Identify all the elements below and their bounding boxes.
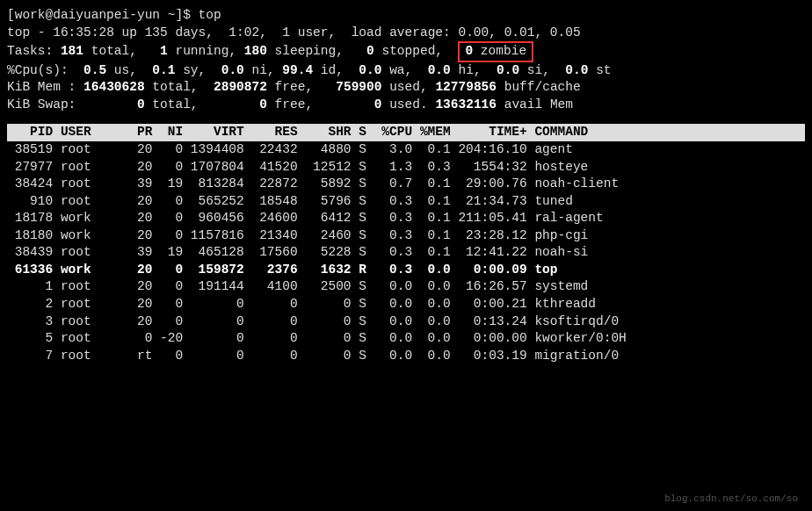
cpu-hi-suf: hi, [451,63,482,77]
mem-total-suf: total, [145,80,199,94]
table-row[interactable]: 38519 root 20 0 1394408 22432 4880 S 3.0… [7,141,805,159]
tasks-zombie-suf: zombie [473,44,526,58]
top-swap-line: KiB Swap: 0 total, 0 free, 0 used. 13632… [7,97,805,114]
table-row[interactable]: 38439 root 39 19 465128 17560 5228 S 0.3… [7,244,805,262]
top-mem-line: KiB Mem : 16430628 total, 2890872 free, … [7,79,805,97]
cpu-ni: 0.0 [221,63,244,77]
cpu-label: %Cpu(s): [7,63,69,77]
mem-buff-suf: buff/cache [497,80,581,94]
load-avg: 0.00, 0.01, 0.05 [458,25,580,40]
tasks-zombie: 0 [465,44,473,58]
up-label: up [114,25,145,40]
mem-buff: 12779856 [435,80,497,94]
tasks-running-suf: running, [168,44,236,58]
table-row[interactable]: 3 root 20 0 0 0 0 S 0.0 0.0 0:13.24 ksof… [7,313,805,331]
swap-total: 0 [137,97,145,112]
swap-total-suf: total, [145,97,199,112]
mem-label: KiB Mem : [7,80,76,94]
tasks-running: 1 [160,44,168,58]
table-row[interactable]: 27977 root 20 0 1707804 41520 12512 S 1.… [7,159,805,176]
mem-free-suf: free, [267,80,313,94]
tasks-sleeping-suf: sleeping, [267,44,344,58]
mem-free: 2890872 [214,80,267,94]
top-tasks-line: Tasks: 181 total, 1 running, 180 sleepin… [7,41,805,62]
tasks-stopped: 0 [366,44,374,58]
cpu-hi: 0.0 [428,63,451,77]
load-label: load average: [352,25,451,40]
mem-total: 16430628 [83,80,145,94]
table-row[interactable]: 910 root 20 0 565252 18548 5796 S 0.3 0.… [7,193,805,211]
cpu-si-suf: si, [519,63,550,77]
cpu-wa: 0.0 [359,63,381,77]
table-row[interactable]: 61336 work 20 0 159872 2376 1632 R 0.3 0… [7,262,805,279]
table-row[interactable]: 1 root 20 0 191144 4100 2500 S 0.0 0.0 1… [7,278,805,296]
watermark: blog.csdn.net/so.com/so [664,493,798,506]
table-row[interactable]: 7 root rt 0 0 0 0 S 0.0 0.0 0:03.19 migr… [7,348,805,365]
cpu-sy-suf: sy, [175,63,206,77]
process-table: 38519 root 20 0 1394408 22432 4880 S 3.0… [7,141,805,364]
swap-avail: 13632116 [435,97,497,112]
swap-avail-suf: avail Mem [497,97,573,112]
process-table-header[interactable]: PID USER PR NI VIRT RES SHR S %CPU %MEM … [7,124,805,141]
cpu-us: 0.5 [83,63,106,77]
table-row[interactable]: 18180 work 20 0 1157816 21340 2460 S 0.3… [7,227,805,245]
tasks-sleeping: 180 [244,44,267,58]
cpu-us-suf: us, [106,63,137,77]
top-label: top - [7,25,53,40]
top-summary-line1: top - 16:35:28 up 135 days, 1:02, 1 user… [7,25,805,42]
cpu-id-suf: id, [313,63,344,77]
swap-free-suf: free, [267,97,313,112]
cpu-st: 0.0 [565,63,588,77]
shell-prompt: [work@daiyuanpei-yun ~]$ top [7,7,805,25]
zombie-highlight: 0 zombie [458,41,533,62]
cpu-ni-suf: ni, [244,63,275,77]
tasks-total-suf: total, [83,44,137,58]
tasks-total: 181 [61,44,83,58]
cpu-wa-suf: wa, [381,63,412,77]
top-cpu-line: %Cpu(s): 0.5 us, 0.1 sy, 0.0 ni, 99.4 id… [7,62,805,80]
mem-used-suf: used, [381,80,427,94]
uptime: 135 days, 1:02 [145,25,260,40]
mem-used: 759900 [336,80,381,94]
tasks-stopped-suf: stopped, [374,44,443,58]
tasks-label: Tasks: [7,44,53,58]
top-time: 16:35:28 [53,25,114,40]
swap-free: 0 [259,97,267,112]
cpu-st-suf: st [588,63,611,77]
cpu-si: 0.0 [497,63,519,77]
users: 1 user [282,25,328,40]
table-row[interactable]: 18178 work 20 0 960456 24600 6412 S 0.3 … [7,210,805,227]
swap-label: KiB Swap: [7,97,76,112]
cpu-id: 99.4 [282,63,313,77]
swap-used-suf: used. [381,97,427,112]
table-row[interactable]: 5 root 0 -20 0 0 0 S 0.0 0.0 0:00.00 kwo… [7,330,805,348]
table-row[interactable]: 2 root 20 0 0 0 0 S 0.0 0.0 0:00.21 kthr… [7,296,805,313]
cpu-sy: 0.1 [152,63,175,77]
table-row[interactable]: 38424 root 39 19 813284 22872 5892 S 0.7… [7,176,805,193]
